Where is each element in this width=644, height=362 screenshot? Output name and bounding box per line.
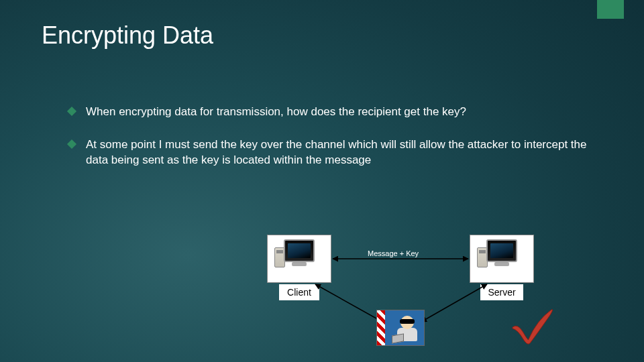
client-label: Client [279,284,319,300]
checkmark-icon [508,306,555,346]
attacker-node [376,310,425,346]
diamond-icon [67,139,76,149]
edge-label: Message + Key [368,249,419,257]
thief-icon [394,316,420,343]
bullet-item: When encrypting data for transmission, h… [68,105,592,120]
diagram-area: Client Server Message + Key [0,228,644,362]
bullet-list: When encrypting data for transmission, h… [68,105,592,186]
diamond-icon [67,107,76,116]
monitor-icon [486,239,517,262]
monitor-icon [284,239,315,262]
server-node [470,235,534,283]
client-node [267,235,331,283]
accent-bar [597,0,624,19]
slide-title: Encrypting Data [42,21,213,50]
arrow-client-attacker [315,284,382,322]
bullet-text: When encrypting data for transmission, h… [86,105,592,120]
warning-stripe-icon [377,310,385,345]
bullet-item: At some point I must send the key over t… [68,137,592,168]
server-label: Server [480,284,523,300]
arrow-server-attacker [421,284,487,322]
bullet-text: At some point I must send the key over t… [86,137,592,168]
